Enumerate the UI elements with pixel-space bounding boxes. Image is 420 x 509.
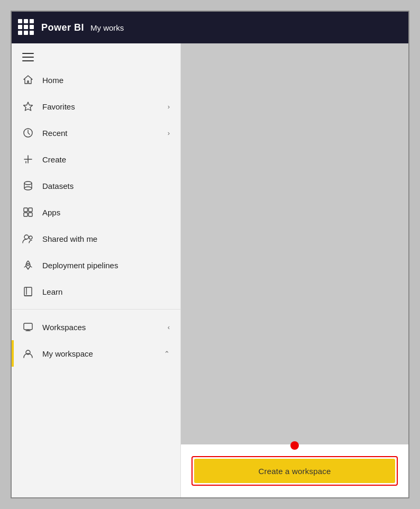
chevron-left-icon: ‹	[168, 323, 170, 331]
sidebar-item-create[interactable]: Create	[12, 146, 180, 172]
sidebar-item-recent-label: Recent	[42, 129, 68, 138]
svg-rect-10	[29, 208, 32, 212]
sidebar-item-shared-label: Shared with me	[42, 234, 97, 243]
sidebar-item-shared[interactable]: Shared with me	[12, 225, 180, 252]
sidebar-item-favorites-label: Favorites	[42, 102, 75, 111]
nav-divider	[12, 309, 180, 310]
app-title: Power BI	[41, 22, 84, 33]
chevron-right-icon: ›	[168, 103, 170, 111]
sidebar-item-apps[interactable]: Apps	[12, 199, 180, 225]
shared-icon	[22, 233, 34, 244]
svg-point-14	[29, 236, 32, 239]
sidebar-item-workspaces-label: Workspaces	[42, 323, 86, 332]
svg-point-15	[27, 263, 29, 266]
hamburger-button[interactable]	[12, 43, 180, 67]
cylinder-icon	[22, 180, 34, 192]
waffle-icon[interactable]	[18, 19, 35, 36]
sidebar-item-learn[interactable]: Learn	[12, 278, 180, 305]
sidebar-item-datasets-label: Datasets	[42, 181, 74, 190]
clock-icon	[22, 127, 34, 139]
sidebar-item-home-label: Home	[42, 76, 63, 85]
outer-frame: Power BI My works Home Favor	[11, 11, 409, 498]
chevron-right-icon: ›	[168, 129, 170, 137]
svg-rect-9	[24, 208, 28, 212]
create-icon	[22, 153, 34, 165]
sidebar-item-favorites[interactable]: Favorites ›	[12, 93, 180, 120]
create-workspace-area: Create a workspace	[181, 444, 408, 497]
sidebar-item-learn-label: Learn	[42, 287, 62, 296]
svg-marker-0	[24, 102, 33, 111]
svg-rect-16	[24, 287, 32, 296]
svg-rect-11	[24, 213, 28, 216]
book-icon	[22, 286, 34, 297]
sidebar-item-workspaces[interactable]: Workspaces ‹	[12, 314, 180, 340]
sidebar-item-deployment-label: Deployment pipelines	[42, 261, 118, 270]
hamburger-icon	[22, 53, 34, 61]
sidebar-item-my-workspace-label: My workspace	[42, 349, 93, 358]
gray-panel	[181, 43, 408, 444]
sidebar-item-recent[interactable]: Recent ›	[12, 120, 180, 146]
sidebar-item-create-label: Create	[42, 155, 66, 164]
svg-point-13	[24, 235, 29, 239]
workspaces-icon	[22, 321, 34, 333]
create-workspace-button[interactable]: Create a workspace	[194, 459, 395, 483]
notification-dot	[290, 441, 299, 450]
svg-point-8	[24, 187, 32, 190]
apps-icon	[22, 206, 34, 218]
create-workspace-btn-wrapper: Create a workspace	[191, 456, 398, 486]
sidebar-item-my-workspace[interactable]: My workspace ⌃	[12, 340, 180, 367]
workspace-title: My works	[90, 23, 124, 32]
star-icon	[22, 101, 34, 112]
svg-point-5	[24, 181, 32, 185]
chevron-up-icon: ⌃	[164, 350, 170, 358]
home-icon	[22, 74, 34, 86]
svg-rect-12	[29, 213, 32, 216]
sidebar: Home Favorites › Recent ›	[12, 43, 181, 497]
sidebar-item-datasets[interactable]: Datasets	[12, 172, 180, 199]
my-workspace-icon	[22, 348, 34, 359]
sidebar-item-home[interactable]: Home	[12, 67, 180, 93]
svg-rect-19	[24, 323, 32, 330]
sidebar-item-deployment[interactable]: Deployment pipelines	[12, 252, 180, 278]
rocket-icon	[22, 259, 34, 271]
sidebar-item-apps-label: Apps	[42, 208, 60, 217]
main-content: Create a workspace	[181, 43, 408, 497]
header: Power BI My works	[12, 12, 408, 43]
